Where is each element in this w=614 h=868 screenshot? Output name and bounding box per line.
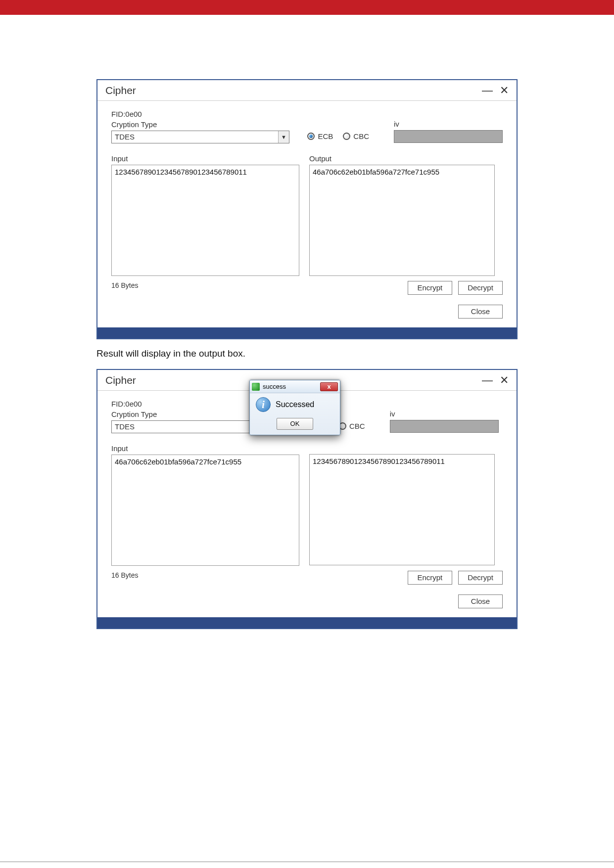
fid-label: FID:0e00 <box>111 110 307 118</box>
close-icon[interactable]: ✕ <box>500 374 509 387</box>
window-titlebar: Cipher — ✕ <box>97 80 517 101</box>
window-footer-bar <box>97 617 517 628</box>
output-label: Output <box>309 154 503 163</box>
iv-input[interactable] <box>390 420 499 433</box>
radio-checked-icon <box>307 133 315 140</box>
input-label: Input <box>111 444 309 453</box>
output-textarea[interactable]: 12345678901234567890123456789011 <box>309 454 495 565</box>
close-button[interactable]: Close <box>458 594 503 608</box>
close-icon[interactable]: ✕ <box>500 84 509 97</box>
radio-cbc[interactable]: CBC <box>343 132 369 140</box>
info-icon: i <box>256 397 271 412</box>
success-dialog: success x i Successed OK <box>249 380 340 435</box>
output-textarea[interactable]: 46a706c62eb01bfa596a727fce71c955 <box>309 165 495 276</box>
radio-unchecked-icon <box>343 133 350 140</box>
window-title: Cipher <box>105 374 136 386</box>
minimize-icon[interactable]: — <box>482 84 493 97</box>
encrypt-button[interactable]: Encrypt <box>408 281 452 295</box>
bytes-label: 16 Bytes <box>111 281 138 289</box>
iv-label: iv <box>394 120 503 128</box>
page-footer: 30 of 72 <box>0 862 614 868</box>
cryption-type-select[interactable]: TDES <box>111 131 289 143</box>
radio-cbc-label: CBC <box>349 422 365 430</box>
dialog-title: success <box>263 383 286 390</box>
cryption-type-select[interactable]: TDES <box>111 420 260 433</box>
decrypt-button[interactable]: Decrypt <box>458 281 503 295</box>
iv-input[interactable] <box>394 130 503 143</box>
dropdown-arrow-icon[interactable]: ▼ <box>278 131 289 143</box>
window-title: Cipher <box>105 85 136 96</box>
iv-label: iv <box>390 410 499 418</box>
close-button[interactable]: Close <box>458 305 503 319</box>
result-caption: Result will display in the output box. <box>96 348 518 359</box>
input-label: Input <box>111 154 309 163</box>
encrypt-button[interactable]: Encrypt <box>408 571 452 585</box>
radio-ecb-label: ECB <box>318 132 333 140</box>
cipher-window-2: Cipher — ✕ FID:0e00 Cryption Type TDES <box>96 369 518 629</box>
dialog-ok-button[interactable]: OK <box>277 418 313 430</box>
radio-ecb[interactable]: ECB <box>307 132 333 140</box>
header-red-bar <box>0 0 614 15</box>
radio-cbc[interactable]: CBC <box>339 422 365 430</box>
cryption-type-label: Cryption Type <box>111 120 307 129</box>
input-textarea[interactable]: 12345678901234567890123456789011 <box>111 165 299 276</box>
window-footer-bar <box>97 327 517 338</box>
minimize-icon[interactable]: — <box>482 374 493 387</box>
dialog-close-button[interactable]: x <box>320 382 338 391</box>
input-textarea[interactable]: 46a706c62eb01bfa596a727fce71c955 <box>111 455 299 566</box>
dialog-titlebar: success x <box>250 380 340 393</box>
radio-cbc-label: CBC <box>353 132 369 140</box>
decrypt-button[interactable]: Decrypt <box>458 571 503 585</box>
bytes-label: 16 Bytes <box>111 571 138 579</box>
cipher-window-1: Cipher — ✕ FID:0e00 Cryption Type TDES ▼ <box>96 79 518 339</box>
dialog-message: Successed <box>276 400 314 409</box>
dialog-app-icon <box>252 383 260 391</box>
